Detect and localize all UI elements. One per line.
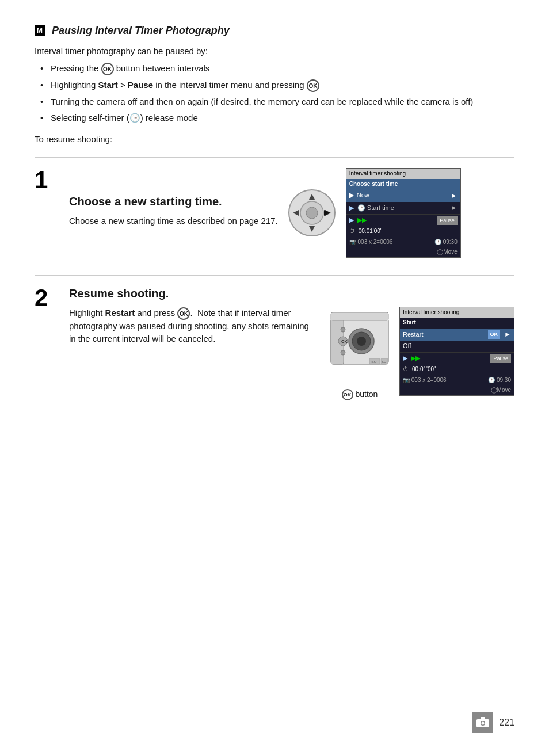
cs2-row-timer: ⏱ 00:01'00" bbox=[400, 364, 514, 375]
step-2-content: Resume shooting. Highlight Restart and p… bbox=[69, 286, 514, 400]
cs1-row-shots: 📷 003 x 2=0006 🕐 09:30 bbox=[346, 237, 460, 248]
highlight-pause: Pause bbox=[128, 80, 153, 90]
camera-body-illustration: OK ISO SD OK button bbox=[328, 307, 391, 400]
svg-point-17 bbox=[341, 350, 345, 355]
svg-rect-25 bbox=[481, 717, 485, 720]
section-icon: M bbox=[35, 25, 45, 36]
cs2-row-restart: Restart OK ► bbox=[400, 329, 514, 341]
bullet-4: Selecting self-timer (🕒) release mode bbox=[40, 112, 514, 125]
page-number: 221 bbox=[499, 716, 514, 729]
cs1-row-now: Now ► bbox=[346, 190, 460, 202]
bullet-list: Pressing the OK button between intervals… bbox=[40, 62, 514, 125]
ok-icon-step2: OK bbox=[177, 307, 190, 320]
button-label-text: button bbox=[355, 390, 378, 399]
ok-circle: OK bbox=[342, 389, 353, 400]
cs1-move: ◯Move bbox=[346, 247, 460, 257]
cs2-row-off: Off bbox=[400, 341, 514, 353]
svg-point-24 bbox=[482, 722, 485, 725]
step-2-visuals: OK ISO SD OK button bbox=[328, 307, 514, 400]
divider-1 bbox=[35, 157, 514, 158]
cs1-row-starttime: ▶ 🕑 Start time ► bbox=[346, 202, 460, 215]
cs1-row-timer: ⏱ 00:01'00" bbox=[346, 226, 460, 237]
step-1-camera-screen: Interval timer shooting Choose start tim… bbox=[346, 168, 461, 258]
step-1-content: Choose a new starting time. Choose a new… bbox=[69, 168, 514, 258]
bullet-2: Highlighting Start > Pause in the interv… bbox=[40, 79, 514, 92]
step-1: 1 Choose a new starting time. Choose a n… bbox=[35, 168, 514, 258]
svg-point-16 bbox=[341, 327, 345, 332]
resume-text: To resume shooting: bbox=[35, 133, 514, 146]
bullet-1: Pressing the OK button between intervals bbox=[40, 62, 514, 75]
divider-2 bbox=[35, 275, 514, 276]
section-title: M Pausing Interval Timer Photography bbox=[35, 23, 514, 38]
step-2-desc: Highlight Restart and press OK. Note tha… bbox=[69, 307, 317, 346]
cs2-row-shots: 📷 003 x 2=0006 🕐 09:30 bbox=[400, 375, 514, 386]
step-2-title: Resume shooting. bbox=[69, 286, 514, 301]
step-2-number: 2 bbox=[35, 286, 58, 400]
svg-rect-10 bbox=[331, 312, 388, 320]
step-1-number: 1 bbox=[35, 168, 58, 258]
step-1-title: Choose a new starting time. bbox=[69, 194, 278, 209]
svg-text:OK: OK bbox=[341, 339, 348, 343]
intro-text: Interval timer photography can be paused… bbox=[35, 45, 514, 58]
cs2-row-interval: ▶ ▶▶ Pause bbox=[400, 353, 514, 364]
svg-text:ISO: ISO bbox=[371, 360, 377, 364]
highlight-start: Start bbox=[98, 80, 118, 90]
ok-icon-1: OK bbox=[101, 63, 114, 75]
step-1-desc: Choose a new starting time as described … bbox=[69, 215, 278, 228]
step-2-camera-screen: Interval timer shooting Start Restart OK… bbox=[399, 307, 514, 396]
bullet-3: Turning the camera off and then on again… bbox=[40, 96, 514, 109]
svg-point-13 bbox=[357, 337, 366, 346]
section-title-text: Pausing Interval Timer Photography bbox=[52, 23, 230, 38]
camera-mode-icon bbox=[472, 712, 493, 733]
cs2-header: Interval timer shooting bbox=[400, 307, 514, 318]
svg-point-2 bbox=[306, 207, 318, 219]
ok-button-label: OK button bbox=[328, 388, 391, 400]
nav-wheel-svg bbox=[286, 187, 338, 239]
step-2: 2 Resume shooting. Highlight Restart and… bbox=[35, 286, 514, 400]
svg-text:SD: SD bbox=[382, 360, 387, 364]
cs1-row-interval: ▶ ▶▶ Pause bbox=[346, 215, 460, 226]
cs2-move: ◯Move bbox=[400, 385, 514, 395]
ok-icon-2: OK bbox=[307, 79, 319, 92]
cs1-header: Interval timer shooting bbox=[346, 169, 460, 180]
